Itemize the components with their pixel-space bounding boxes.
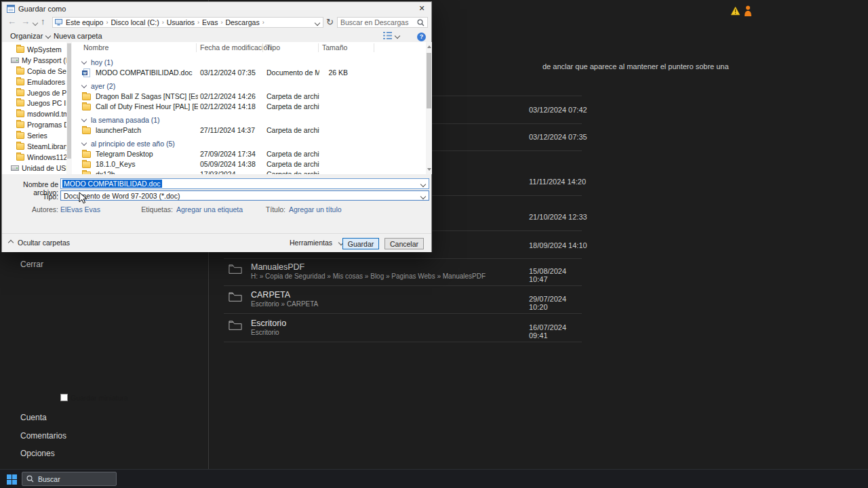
- list-scrollbar[interactable]: [426, 42, 432, 174]
- file-row[interactable]: Call of Duty Finest Hour [PAL] [Es,Fr,It…: [73, 102, 426, 112]
- group-label: la semana pasada (1): [91, 116, 160, 124]
- address-dropdown-icon[interactable]: [315, 20, 320, 26]
- tags-value[interactable]: Agregar una etiqueta: [176, 205, 243, 214]
- tree-item[interactable]: msdownld.tmp: [2, 108, 66, 119]
- sidebar-item-opciones[interactable]: Opciones: [20, 449, 55, 458]
- folder-icon: [16, 79, 24, 85]
- breadcrumb-descargas[interactable]: Descargas: [224, 18, 260, 26]
- breadcrumb-evas[interactable]: Evas: [201, 18, 219, 26]
- tree-item[interactable]: Series: [2, 130, 66, 141]
- file-name: Call of Duty Finest Hour [PAL] [Es,Fr,It…: [96, 102, 198, 110]
- scroll-up-icon[interactable]: [427, 45, 431, 48]
- file-row[interactable]: Dragon Ball Z Sagas [NTSC] [Español] 02/…: [73, 92, 426, 102]
- search-input[interactable]: Buscar en Descargas: [337, 17, 428, 28]
- group-header-ayer[interactable]: ayer (2): [73, 80, 426, 92]
- tree-item[interactable]: Juegos de PC p: [2, 87, 66, 98]
- chevron-right-icon: ›: [161, 19, 165, 26]
- view-selector-button[interactable]: [383, 32, 399, 39]
- back-icon[interactable]: ←: [7, 16, 16, 26]
- help-icon[interactable]: ?: [417, 33, 426, 41]
- group-header-semana-pasada[interactable]: la semana pasada (1): [73, 114, 426, 125]
- new-folder-button[interactable]: Nueva carpeta: [54, 32, 102, 40]
- chevron-down-icon: [81, 140, 87, 145]
- file-row[interactable]: dx12b... 17/03/2024 Carpeta de archivos: [73, 169, 426, 174]
- tree-item-label: Juegos PC II: [27, 99, 66, 107]
- folder-tree: WpSystem My Passport (I:) Copia de Segu …: [2, 42, 66, 174]
- tree-item[interactable]: SteamLibrary: [2, 141, 66, 152]
- folder-icon: [229, 263, 242, 277]
- filetype-select[interactable]: Documento de Word 97-2003 (*.doc): [60, 190, 429, 201]
- recent-file-row[interactable]: CARPETA Escritorio » CARPETA 29/07/2024 …: [224, 287, 582, 314]
- tree-item[interactable]: Copia de Segu: [2, 66, 66, 77]
- dialog-titlebar[interactable]: Guardar como ✕: [2, 2, 431, 16]
- tools-button[interactable]: Herramientas: [290, 239, 343, 247]
- chevron-down-icon[interactable]: [420, 182, 426, 187]
- tree-item[interactable]: WpSystem: [2, 44, 66, 55]
- sidebar-item-cuenta[interactable]: Cuenta: [20, 413, 47, 422]
- column-header-nombre[interactable]: Nombre: [83, 43, 108, 52]
- sidebar-item-cerrar[interactable]: Cerrar: [20, 260, 43, 269]
- forward-icon[interactable]: →: [21, 16, 30, 26]
- column-header-fecha[interactable]: Fecha de modificación: [200, 43, 271, 52]
- filename-input[interactable]: MODO COMPATIBILIDAD.doc: [60, 178, 429, 189]
- recent-locations-icon[interactable]: [33, 20, 38, 26]
- save-thumbnail-checkbox[interactable]: [60, 394, 68, 401]
- group-header-hoy[interactable]: hoy (1): [73, 56, 426, 68]
- taskbar-search-input[interactable]: Buscar: [22, 472, 117, 486]
- recent-file-path: Escritorio: [251, 329, 279, 336]
- folder-icon: [16, 154, 24, 161]
- file-name: Dragon Ball Z Sagas [NTSC] [Español]: [96, 92, 198, 100]
- hide-folders-button[interactable]: Ocultar carpetas: [9, 239, 70, 247]
- tree-item[interactable]: Juegos PC II: [2, 98, 66, 108]
- file-row[interactable]: W MODO COMPATIBILIDAD.doc 03/12/2024 07:…: [73, 68, 426, 78]
- tree-item-label: Programas De: [27, 121, 66, 129]
- folder-icon: [82, 151, 91, 158]
- tags-label: Etiquetas:: [138, 205, 173, 214]
- breadcrumb-usuarios[interactable]: Usuarios: [165, 18, 196, 26]
- folder-icon: [16, 121, 24, 128]
- tree-item[interactable]: Windows112: [2, 152, 66, 163]
- close-icon[interactable]: ✕: [412, 2, 431, 15]
- file-row[interactable]: 18.1.0_Keys 05/09/2024 14:38 Carpeta de …: [73, 159, 426, 169]
- tree-item[interactable]: Unidad de USB (: [2, 163, 66, 174]
- tree-scrollbar[interactable]: [66, 42, 72, 174]
- cancel-button[interactable]: Cancelar: [384, 238, 424, 249]
- column-header-tamano[interactable]: Tamaño: [322, 43, 347, 52]
- recent-file-row[interactable]: Escritorio Escritorio 16/07/2024 09:41: [224, 315, 582, 342]
- hide-folders-label: Ocultar carpetas: [18, 239, 70, 247]
- start-button[interactable]: [3, 470, 20, 488]
- address-bar[interactable]: Este equipo› Disco local (C:)› Usuarios›…: [52, 17, 323, 28]
- folder-icon: [16, 46, 24, 53]
- refresh-icon[interactable]: ↻: [326, 17, 334, 27]
- folder-icon: [229, 291, 242, 305]
- up-icon[interactable]: ↑: [41, 16, 45, 26]
- tree-item[interactable]: Programas De: [2, 119, 66, 130]
- scrollbar-thumb[interactable]: [67, 43, 71, 159]
- list-view-icon: [383, 32, 392, 39]
- tree-item[interactable]: My Passport (I:): [2, 55, 66, 66]
- recent-file-row[interactable]: ManualesPDF H: » Copia de Seguridad » Mi…: [224, 259, 582, 286]
- chevron-down-icon[interactable]: [420, 194, 426, 199]
- breadcrumb-este-equipo[interactable]: Este equipo: [64, 18, 104, 26]
- folder-icon: [82, 94, 91, 100]
- scroll-down-icon[interactable]: [427, 168, 431, 171]
- tree-item[interactable]: Emuladores: [2, 77, 66, 87]
- screen: de anclar que aparece al mantener el pun…: [0, 0, 868, 488]
- file-row[interactable]: launcherPatch 27/11/2024 14:37 Carpeta d…: [73, 125, 426, 136]
- file-type: Carpeta de archivos: [267, 92, 319, 100]
- authors-value[interactable]: ElEvas Evas: [60, 205, 100, 214]
- scrollbar-thumb[interactable]: [427, 53, 431, 108]
- filename-value: MODO COMPATIBILIDAD.doc: [62, 180, 162, 188]
- save-button[interactable]: Guardar: [342, 238, 379, 249]
- title-value[interactable]: Agregar un título: [289, 205, 342, 214]
- file-row[interactable]: Telegram Desktop 27/09/2024 17:34 Carpet…: [73, 149, 426, 159]
- sidebar-item-comentarios[interactable]: Comentarios: [20, 431, 66, 441]
- folder-icon: [16, 110, 24, 117]
- group-header-principio-ano[interactable]: al principio de este año (5): [73, 138, 426, 149]
- folder-icon: [16, 143, 24, 150]
- organize-button[interactable]: Organizar: [10, 32, 50, 40]
- recent-file-path: H: » Copia de Seguridad » Mis cosas » Bl…: [251, 272, 486, 280]
- column-header-tipo[interactable]: Tipo: [267, 43, 280, 52]
- breadcrumb-disco-local[interactable]: Disco local (C:): [109, 18, 160, 26]
- column-divider: [196, 43, 197, 52]
